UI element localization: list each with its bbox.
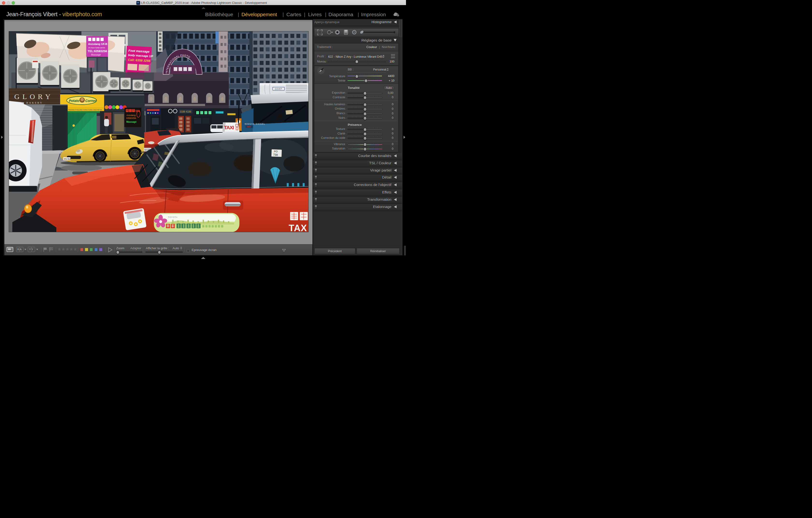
svg-text:ABS: ABS [246,125,251,128]
svg-text:63583256: 63583256 [126,117,136,119]
svg-text:KN 911: KN 911 [63,157,70,160]
svg-text:738: 738 [273,153,278,156]
svg-text:-GOVET-: -GOVET- [274,88,283,90]
svg-text:TEL:63583256: TEL:63583256 [87,49,107,53]
svg-text:TAXI: TAXI [224,124,234,130]
svg-text:3188 4188: 3188 4188 [179,110,191,113]
svg-text:NISSAN DIESEL: NISSAN DIESEL [244,122,265,125]
svg-text:TAX: TAX [289,223,307,232]
svg-text:Potato: Potato [69,98,79,102]
svg-text:BAKERY: BAKERY [26,101,43,104]
svg-text:Corner: Corner [85,98,96,102]
svg-text:TOYOTA: TOYOTA [168,216,177,218]
svg-text:USA PANAMA THAILAND HONG KO: USA PANAMA THAILAND HONG KONG INDONESIA [64,109,102,111]
svg-text:24-hour hotel servic: 24-hour hotel servic [88,47,105,49]
svg-text:GLORY: GLORY [14,92,53,100]
svg-text:Massage: Massage [126,120,137,123]
svg-text:Massage: Massage [91,53,101,56]
svg-text:Anzutang: Anzutang [126,114,135,116]
svg-text:SPA: SPA [135,110,140,112]
svg-text:Anzutang 1/F.B: Anzutang 1/F.B [88,42,107,45]
svg-text:PO: PO [274,150,278,153]
